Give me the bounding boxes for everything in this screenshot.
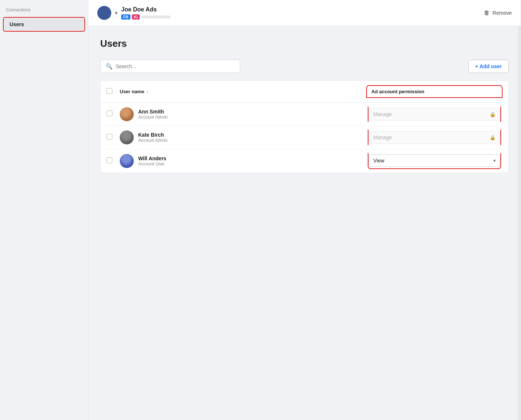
- permission-label-ann: Manage: [373, 111, 392, 117]
- row-checkbox-1[interactable]: [106, 111, 112, 116]
- remove-button[interactable]: 🗑 Remove: [484, 10, 512, 16]
- account-dropdown-arrow[interactable]: ▾: [115, 10, 118, 16]
- permission-label-will: View: [373, 158, 384, 164]
- lock-icon-kate: 🔒: [490, 135, 496, 140]
- permission-select-will[interactable]: View ▾: [368, 154, 500, 167]
- avatar-will: [120, 154, 134, 168]
- search-icon: 🔍: [106, 63, 113, 70]
- account-header-left: ▾ Joe Doe Ads FB IG: [97, 6, 484, 20]
- badge-instagram: IG: [132, 14, 140, 20]
- select-all-col: [106, 88, 120, 95]
- user-role-kate: Account Admin: [138, 138, 366, 143]
- permission-cell-kate: Manage 🔒: [366, 130, 503, 145]
- col-permission-label: Ad account permission: [366, 85, 503, 98]
- table-row: Kate Birch Account Admin Manage 🔒: [101, 126, 508, 149]
- search-wrapper: 🔍: [100, 60, 240, 73]
- toolbar: 🔍 + Add user: [100, 60, 509, 73]
- sidebar-item-users-label: Users: [10, 21, 24, 27]
- badge-facebook: FB: [121, 14, 130, 20]
- sort-icon[interactable]: ↑: [146, 90, 148, 94]
- account-info: Joe Doe Ads FB IG: [121, 6, 171, 20]
- avatar-kate: [120, 130, 134, 144]
- row-check-3: [106, 157, 120, 165]
- row-check-1: [106, 111, 120, 118]
- user-info-kate: Kate Birch Account Admin: [138, 132, 366, 143]
- trash-icon: 🗑: [484, 10, 490, 16]
- select-all-checkbox[interactable]: [106, 88, 112, 94]
- user-info-ann: Ann Smith Account Admin: [138, 109, 366, 120]
- col-permission-header: Ad account permission: [366, 85, 503, 98]
- account-badges: FB IG: [121, 14, 171, 20]
- content-area: Users 🔍 + Add user: [88, 26, 521, 420]
- account-name: Joe Doe Ads: [121, 6, 171, 13]
- permission-label-kate: Manage: [373, 134, 392, 140]
- scrollbar-track[interactable]: [518, 26, 521, 420]
- user-role-ann: Account Admin: [138, 115, 366, 120]
- user-name-ann: Ann Smith: [138, 109, 366, 115]
- remove-label: Remove: [493, 10, 512, 16]
- account-header: ▾ Joe Doe Ads FB IG 🗑 Remove: [88, 0, 521, 26]
- account-avatar: [97, 6, 111, 20]
- table-row: Ann Smith Account Admin Manage 🔒: [101, 103, 508, 126]
- row-check-2: [106, 134, 120, 141]
- account-slug-placeholder: [141, 15, 171, 18]
- main-wrapper: ▾ Joe Doe Ads FB IG 🗑 Remove Users: [88, 0, 521, 420]
- chevron-down-icon: ▾: [493, 158, 496, 163]
- col-username-header: User name ↑: [120, 89, 366, 94]
- row-checkbox-3[interactable]: [106, 157, 112, 163]
- col-username-label: User name: [120, 89, 144, 94]
- row-checkbox-2[interactable]: [106, 134, 112, 140]
- sidebar-section-label: Connections: [0, 7, 88, 16]
- user-info-will: Will Anders Account User: [138, 155, 366, 167]
- add-user-button[interactable]: + Add user: [468, 60, 509, 73]
- user-name-will: Will Anders: [138, 155, 366, 161]
- table-header-row: User name ↑ Ad account permission: [101, 81, 508, 103]
- user-role-will: Account User: [138, 161, 366, 167]
- search-input[interactable]: [116, 63, 235, 69]
- avatar-ann: [120, 107, 134, 121]
- permission-manage-kate: Manage 🔒: [368, 131, 500, 144]
- sidebar: Connections Users: [0, 0, 88, 420]
- table-row: Will Anders Account User View ▾: [101, 149, 508, 173]
- user-name-kate: Kate Birch: [138, 132, 366, 138]
- sidebar-item-users[interactable]: Users: [3, 17, 85, 32]
- lock-icon-ann: 🔒: [490, 112, 496, 117]
- add-user-label: + Add user: [475, 63, 502, 69]
- page-title: Users: [100, 38, 509, 49]
- users-table: User name ↑ Ad account permission: [100, 80, 509, 173]
- permission-manage-ann: Manage 🔒: [368, 108, 500, 120]
- permission-cell-will: View ▾: [366, 153, 503, 169]
- permission-cell-ann: Manage 🔒: [366, 106, 503, 122]
- main-panel: ▾ Joe Doe Ads FB IG 🗑 Remove Users: [88, 0, 521, 420]
